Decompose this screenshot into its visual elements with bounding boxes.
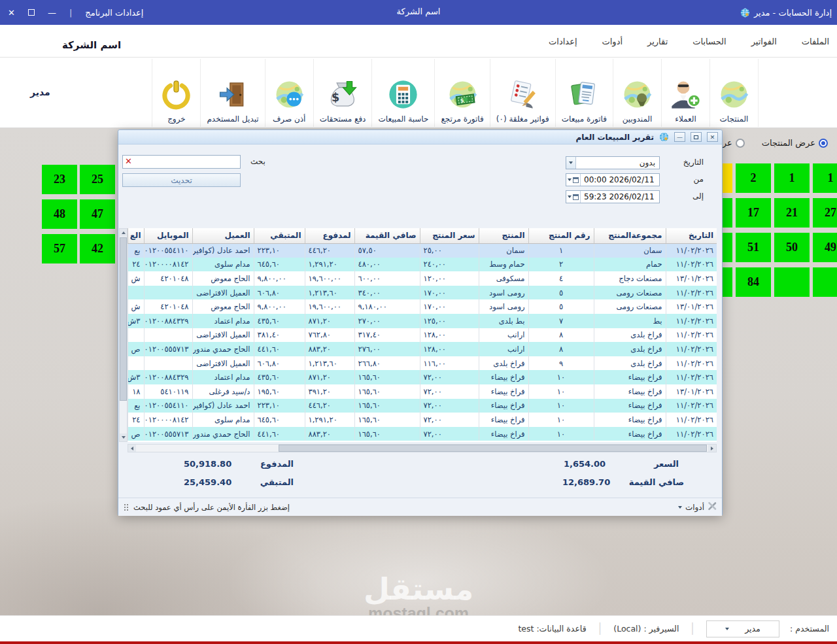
product-tile[interactable]: 17 — [736, 198, 771, 228]
column-header[interactable]: مجموعةالمنتج — [594, 228, 666, 243]
table-row[interactable]: ١٣/٠١/٢٠٢٦مصنعات رومى٥رومى اسود١٧٠,٠٠٩,١… — [128, 299, 717, 314]
search-clear-icon[interactable]: ✕ — [125, 156, 132, 166]
column-header[interactable]: لمدفوع — [305, 228, 354, 243]
table-cell: ٤٤١,٦٠ — [254, 342, 305, 356]
product-tile[interactable] — [813, 267, 837, 297]
product-tile[interactable]: 57 — [42, 234, 77, 263]
vertical-scroll-thumb[interactable] — [120, 237, 127, 401]
product-tile[interactable]: 47 — [80, 199, 115, 229]
product-tile[interactable]: 25 — [80, 165, 115, 194]
table-cell: ١٢٨,٠٠ — [420, 342, 479, 356]
horizontal-scroll-thumb[interactable] — [279, 445, 707, 452]
menu-items: الملفاتالفواتيرالحساباتتقاريرأدواتإعدادا… — [549, 25, 829, 58]
dialog-titlebar[interactable]: تقرير المبيعات العام — ✕ — [118, 130, 722, 144]
calendar-dropdown-icon[interactable] — [566, 174, 581, 186]
table-row[interactable]: ١١/٠٢/٢٠٢٦فراخ بيضاء١٠فراخ بيضاء٧٢,٠٠١٦٥… — [128, 413, 717, 427]
product-tile[interactable] — [774, 267, 810, 297]
menu-item[interactable]: الحسابات — [692, 37, 726, 46]
return-invoice-icon: $ — [447, 79, 478, 110]
toolbar-button[interactable]: المنتجات — [709, 59, 758, 127]
product-tile[interactable]: 21 — [774, 198, 810, 228]
calendar-dropdown-icon[interactable] — [566, 191, 581, 203]
menu-item[interactable]: أدوات — [602, 37, 623, 46]
column-header[interactable]: رقم المنتج — [528, 228, 594, 243]
table-row[interactable]: ١١/٠٢/٢٠٢٦سمان١سمان٢٥,٠٠٥٧,٥٠٤٤٦,٢٠٢٢٣,١… — [128, 243, 717, 258]
table-row[interactable]: ١١/٠٢/٢٠٢٦حمام٢حمام وسط٢٤٠,٠٠٤٨٠,٠٠١,٢٩١… — [128, 258, 717, 272]
program-settings-link[interactable]: إعدادات البرنامج — [85, 8, 143, 18]
toolbar-button[interactable]: أذن صرف — [265, 59, 313, 127]
product-tile[interactable]: 49 — [813, 233, 837, 262]
table-cell: ٩,٨٠٠,٠٠ — [254, 299, 305, 314]
toolbar-button[interactable]: حاسبة المبيعات — [371, 59, 434, 127]
table-cell: ٧٢,٠٠ — [420, 384, 479, 399]
toolbar-button[interactable]: فاتورة مبيعات — [555, 59, 613, 127]
column-header[interactable]: المنتج — [479, 228, 528, 243]
sales-report-dialog: تقرير المبيعات العام — ✕ التاريخ بدون من… — [118, 129, 723, 515]
column-header[interactable]: صافي القيمة — [354, 228, 420, 243]
from-date-value: 00:00 2026/02/11 — [581, 175, 655, 184]
horizontal-scrollbar[interactable] — [128, 444, 717, 452]
combobox-arrow-icon[interactable] — [566, 157, 576, 169]
toolbar-button[interactable]: $فاتورة مرتجع — [434, 59, 489, 127]
table-row[interactable]: ١١/٠٢/٢٠٢٦بط٧بط بلدى١٢٥,٠٠٢٧٠,٠٠٨٧١,٢٠٤٣… — [128, 314, 717, 328]
column-header[interactable]: الموبايل — [144, 228, 192, 243]
toolbar-button[interactable]: $دفع مستحقات — [313, 59, 372, 127]
toolbar-button[interactable]: فواتير مغلقة (٠) — [490, 59, 555, 127]
menu-item[interactable]: الفواتير — [751, 37, 777, 46]
product-tile[interactable]: 1 — [813, 163, 837, 193]
table-row[interactable]: ١١/٠٢/٢٠٢٦مصنعات رومى٥رومى اسود١٧٠,٠٠٣٤٠… — [128, 286, 717, 300]
maximize-button[interactable] — [28, 9, 35, 16]
radio-view-products[interactable]: عرض المنتجات — [762, 138, 828, 148]
toolbar-button[interactable]: خروج — [152, 59, 200, 127]
search-input[interactable] — [122, 155, 241, 169]
from-date-picker[interactable]: 00:00 2026/02/11 — [566, 173, 660, 186]
table-row[interactable]: ١١/٠٢/٢٠٢٦فراخ بيضاء١٠فراخ بيضاء٧٢,٠٠١٦٥… — [128, 370, 717, 384]
minimize-button[interactable]: — — [48, 8, 56, 18]
menu-item[interactable]: إعدادات — [549, 37, 577, 46]
resize-grip-icon[interactable] — [124, 503, 129, 511]
scroll-right-icon[interactable] — [708, 445, 716, 452]
toolbar-button[interactable]: تبديل المستخدم — [200, 59, 264, 127]
product-tile[interactable]: 48 — [42, 199, 77, 229]
table-row[interactable]: ١١/٠٢/٢٠٢٦فراخ بلدى٨ارانب١٢٨,٠٠٣١٧,٤٠٧٦٢… — [128, 328, 717, 343]
column-header[interactable]: المتبقي — [254, 228, 305, 243]
product-tile[interactable]: 2 — [736, 163, 771, 193]
table-cell: سمان — [594, 243, 666, 258]
product-tile[interactable]: 1 — [774, 163, 810, 193]
vertical-scrollbar[interactable] — [119, 228, 128, 442]
table-row[interactable]: ١٣/٠١/٢٠٢٦فراخ بيضاء١٠فراخ بيضاء٧٢,٠٠١٦٥… — [128, 384, 717, 399]
table-row[interactable]: ١١/٠٢/٢٠٢٦فراخ بيضاء١٠فراخ بيضاء٧٢,٠٠١٦٥… — [128, 427, 717, 441]
scroll-up-icon[interactable] — [120, 229, 127, 237]
product-tile[interactable]: 23 — [42, 165, 77, 194]
product-tile[interactable]: 51 — [736, 233, 771, 262]
table-row[interactable]: ١٣/٠١/٢٠٢٦مصنعات دجاج٤مسكوفى١٢٠,٠٠٦٠٠,٠٠… — [128, 271, 717, 286]
scroll-left-icon[interactable] — [128, 445, 136, 452]
dialog-maximize-button[interactable] — [691, 132, 702, 142]
dialog-close-button[interactable]: ✕ — [707, 132, 718, 142]
column-header[interactable]: الع — [128, 228, 145, 243]
scroll-down-icon[interactable] — [120, 433, 127, 441]
product-tile[interactable]: 84 — [736, 267, 771, 297]
table-row[interactable]: ١١/٠٢/٢٠٢٦فراخ بلدى٨ارانب١٢٨,٠٠٢٧٦,٠٠٨٨٣… — [128, 342, 717, 356]
column-header[interactable]: العميل — [192, 228, 254, 243]
close-button[interactable]: ✕ — [8, 8, 15, 18]
table-cell: ٤٣٥,٦٠ — [254, 314, 305, 328]
to-date-picker[interactable]: 59:23 2026/02/11 — [566, 190, 660, 203]
toolbar-button-label: المنتجات — [720, 114, 749, 124]
dialog-minimize-button[interactable]: — — [674, 132, 685, 142]
table-row[interactable]: ١١/٠٢/٢٠٢٦فراخ بيضاء١٠فراخ بيضاء٧٢,٠٠١٦٥… — [128, 399, 717, 413]
product-tile[interactable]: 50 — [774, 233, 810, 262]
menu-item[interactable]: الملفات — [802, 37, 829, 46]
product-tile[interactable]: 42 — [80, 234, 115, 263]
product-tile[interactable]: 27 — [813, 198, 837, 228]
toolbar-button[interactable]: العملاء — [661, 59, 709, 127]
toolbar-button[interactable]: المندوبين — [613, 59, 661, 127]
user-combobox[interactable]: مدير — [706, 620, 779, 637]
column-header[interactable]: سعر المنتج — [420, 228, 479, 243]
refresh-button[interactable]: تحديث — [122, 173, 241, 187]
menu-item[interactable]: تقارير — [647, 37, 668, 46]
table-row[interactable]: ١١/٠٢/٢٠٢٦فراخ بلدى٩فراخ بلدى١١٦,٠٠٢٦٦,٨… — [128, 356, 717, 371]
column-header[interactable]: التاريخ — [666, 228, 717, 243]
tools-menu-button[interactable]: أدوات — [678, 501, 717, 513]
date-mode-combobox[interactable]: بدون — [566, 156, 660, 169]
